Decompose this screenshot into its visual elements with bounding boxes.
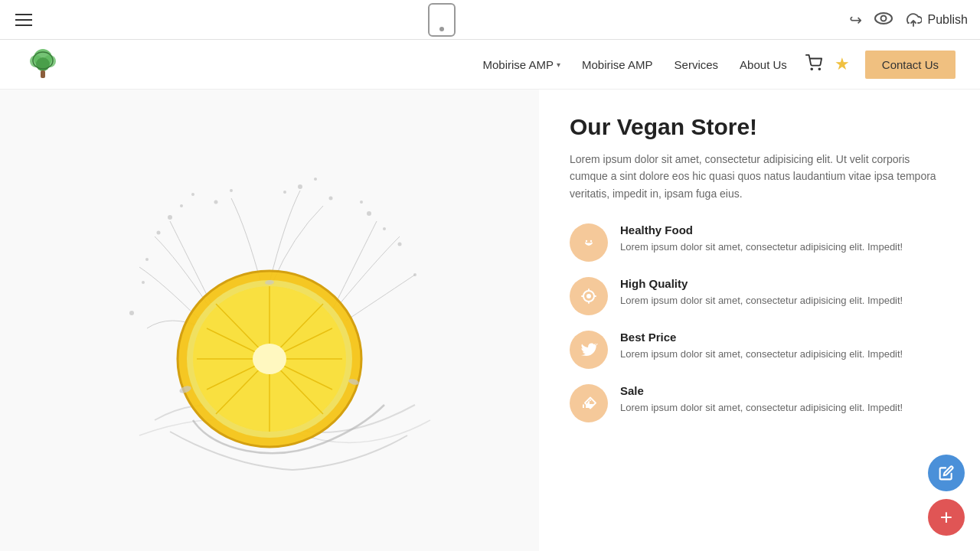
publish-button[interactable]: Publish — [905, 13, 968, 27]
hero-image-panel — [0, 90, 539, 551]
fab-add-button[interactable]: + — [928, 499, 965, 536]
svg-point-15 — [367, 211, 371, 216]
svg-point-42 — [581, 235, 596, 250]
feature-best-price: Best Price Lorem ipsum dolor sit amet, c… — [570, 331, 949, 369]
fab-container: + — [928, 455, 965, 536]
feature-text-best-price: Best Price Lorem ipsum dolor sit amet, c… — [620, 331, 949, 362]
preview-eye-icon[interactable] — [874, 11, 893, 28]
cart-icon[interactable] — [805, 54, 822, 75]
toolbar-left — [12, 11, 35, 29]
svg-point-37 — [253, 344, 286, 374]
feature-text-high-quality: High Quality Lorem ipsum dolor sit amet,… — [620, 277, 949, 308]
nav-link-mobirise1[interactable]: Mobirise AMP ▾ — [483, 58, 561, 71]
svg-rect-6 — [41, 70, 45, 78]
feature-text-sale: Sale Lorem ipsum dolor sit amet, consect… — [620, 384, 949, 416]
toolbar: ↩ Publish — [0, 0, 980, 40]
cloud-upload-icon — [905, 13, 922, 27]
right-panel: Our Vegan Store! Lorem ipsum dolor sit a… — [539, 90, 980, 551]
feature-desc-healthy-food: Lorem ipsum dolor sit amet, consectetur … — [620, 240, 949, 255]
feature-icon-best-price — [570, 331, 608, 369]
svg-point-0 — [875, 13, 892, 24]
feature-desc-sale: Lorem ipsum dolor sit amet, consectetur … — [620, 400, 949, 416]
nav-link-about[interactable]: About Us — [740, 58, 787, 71]
svg-point-11 — [180, 204, 183, 207]
svg-point-8 — [811, 68, 812, 70]
svg-point-24 — [214, 200, 218, 204]
svg-point-14 — [191, 193, 194, 196]
store-title: Our Vegan Store! — [570, 114, 949, 140]
store-description: Lorem ipsum dolor sit amet, consectetur … — [570, 151, 949, 202]
feature-sale: Sale Lorem ipsum dolor sit amet, consect… — [570, 384, 949, 422]
pencil-icon — [939, 465, 954, 481]
nav-links: Mobirise AMP ▾ Mobirise AMP Services Abo… — [483, 58, 787, 71]
svg-point-10 — [168, 215, 172, 220]
svg-point-13 — [145, 258, 149, 261]
dropdown-caret-icon: ▾ — [557, 60, 560, 69]
toolbar-center — [428, 3, 456, 37]
svg-point-17 — [398, 242, 402, 246]
feature-healthy-food: Healthy Food Lorem ipsum dolor sit amet,… — [570, 223, 949, 262]
feature-high-quality: High Quality Lorem ipsum dolor sit amet,… — [570, 277, 949, 315]
svg-point-19 — [298, 184, 302, 189]
svg-point-22 — [329, 196, 333, 200]
toolbar-right: ↩ Publish — [849, 11, 968, 29]
svg-point-16 — [383, 227, 386, 230]
svg-point-18 — [360, 201, 363, 204]
svg-point-23 — [230, 189, 233, 192]
feature-desc-high-quality: Lorem ipsum dolor sit amet, consectetur … — [620, 293, 949, 308]
fab-edit-button[interactable] — [928, 455, 965, 491]
logo[interactable] — [24, 46, 61, 83]
mobile-preview-icon[interactable] — [428, 3, 456, 37]
publish-label: Publish — [928, 13, 968, 27]
nav-link-mobirise2[interactable]: Mobirise AMP — [582, 58, 653, 71]
feature-title-best-price: Best Price — [620, 331, 949, 344]
svg-point-20 — [314, 178, 317, 181]
star-icon[interactable]: ★ — [835, 54, 850, 74]
feature-icon-sale — [570, 384, 608, 422]
logo-icon — [24, 46, 61, 83]
contact-button[interactable]: Contact Us — [865, 51, 956, 79]
svg-point-26 — [142, 281, 145, 284]
svg-point-43 — [586, 240, 587, 242]
nav-link-services[interactable]: Services — [675, 58, 719, 71]
feature-icon-high-quality — [570, 277, 608, 315]
nav-link-label: Services — [675, 58, 719, 71]
main-content: Our Vegan Store! Lorem ipsum dolor sit a… — [0, 90, 980, 551]
svg-point-1 — [880, 16, 886, 21]
nav-link-label: Mobirise AMP — [582, 58, 653, 71]
svg-point-21 — [283, 191, 286, 194]
feature-icon-healthy-food — [570, 223, 608, 262]
plus-icon: + — [940, 507, 952, 528]
feature-title-healthy-food: Healthy Food — [620, 223, 949, 236]
nav-icons: ★ — [805, 54, 850, 75]
lemon-image — [93, 160, 446, 481]
svg-point-27 — [129, 311, 134, 315]
feature-text-healthy-food: Healthy Food Lorem ipsum dolor sit amet,… — [620, 223, 949, 255]
undo-icon[interactable]: ↩ — [849, 11, 862, 29]
svg-point-44 — [590, 240, 592, 242]
nav-link-label: About Us — [740, 58, 787, 71]
feature-title-sale: Sale — [620, 384, 949, 397]
svg-point-46 — [586, 294, 591, 298]
svg-point-25 — [413, 273, 416, 276]
menu-icon[interactable] — [12, 11, 35, 29]
feature-title-high-quality: High Quality — [620, 277, 949, 290]
navbar: Mobirise AMP ▾ Mobirise AMP Services Abo… — [0, 40, 980, 90]
svg-point-12 — [157, 230, 161, 234]
svg-point-9 — [818, 68, 820, 70]
feature-desc-best-price: Lorem ipsum dolor sit amet, consectetur … — [620, 347, 949, 362]
nav-link-label: Mobirise AMP — [483, 58, 554, 71]
